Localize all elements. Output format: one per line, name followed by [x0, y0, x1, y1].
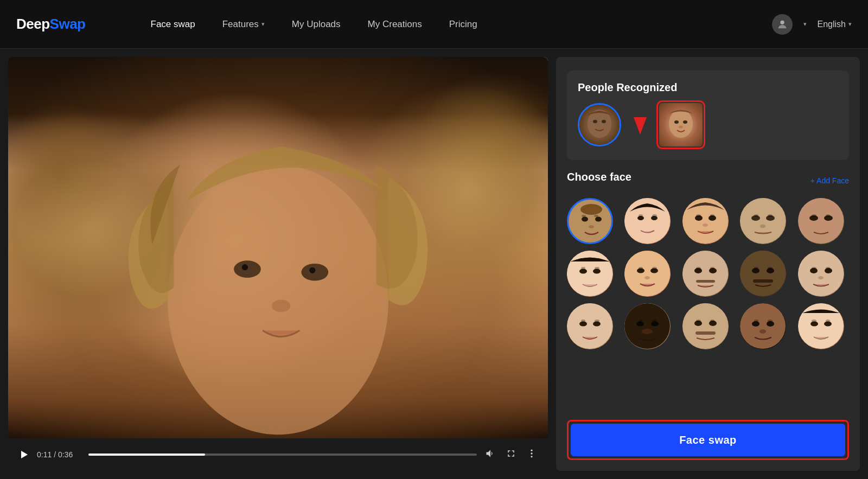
more-options-icon[interactable] — [526, 448, 537, 461]
arrow-indicator — [629, 115, 651, 135]
svg-point-39 — [809, 215, 818, 221]
video-area — [8, 57, 548, 438]
svg-point-28 — [637, 216, 644, 220]
add-face-button[interactable]: + Add Face — [810, 176, 849, 185]
face-option-12-img — [624, 303, 671, 349]
face-option-8[interactable] — [682, 251, 729, 297]
face-option-4-img — [740, 198, 786, 244]
language-selector[interactable]: English ▾ — [818, 20, 852, 29]
svg-point-56 — [798, 251, 844, 296]
face-option-8-img — [682, 251, 729, 297]
face-option-1[interactable] — [567, 198, 613, 244]
face-option-2[interactable] — [624, 198, 671, 244]
svg-point-62 — [593, 322, 601, 327]
people-recognized-section: People Recognized — [567, 71, 849, 160]
svg-point-18 — [669, 110, 693, 138]
svg-rect-51 — [696, 280, 715, 283]
face-option-6[interactable] — [567, 251, 613, 297]
nav-pricing[interactable]: Pricing — [449, 19, 477, 30]
svg-point-48 — [682, 251, 728, 296]
svg-point-29 — [651, 216, 658, 220]
svg-point-37 — [760, 225, 765, 228]
face-option-10[interactable] — [798, 251, 844, 297]
face-option-5-img — [798, 198, 844, 244]
nav-face-swap[interactable]: Face swap — [151, 19, 195, 30]
recognized-face-1[interactable] — [578, 103, 621, 146]
svg-point-52 — [740, 251, 786, 296]
face-option-7[interactable] — [624, 251, 671, 297]
face-option-14[interactable] — [740, 303, 786, 349]
svg-point-8 — [272, 300, 290, 312]
face-option-11[interactable] — [567, 303, 613, 349]
svg-point-71 — [740, 303, 786, 349]
svg-point-63 — [624, 303, 670, 349]
svg-point-65 — [651, 322, 659, 327]
face-option-3-img — [682, 198, 729, 244]
recognized-face-1-img — [579, 105, 620, 145]
face-option-12[interactable] — [624, 303, 671, 349]
svg-point-42 — [579, 269, 587, 274]
face-option-13[interactable] — [682, 303, 729, 349]
svg-point-53 — [752, 268, 760, 273]
svg-point-12 — [531, 456, 532, 457]
video-controls: 0:11 / 0:36 — [8, 438, 548, 471]
svg-point-73 — [767, 321, 774, 327]
volume-icon[interactable] — [485, 448, 496, 461]
face-option-1-img — [569, 200, 611, 242]
svg-rect-55 — [753, 279, 773, 283]
face-option-9-img — [740, 251, 786, 297]
face-option-3[interactable] — [682, 198, 729, 244]
face-option-9[interactable] — [740, 251, 786, 297]
face-swap-button[interactable]: Face swap — [571, 424, 845, 456]
recognized-face-2[interactable] — [659, 103, 703, 146]
language-label: English — [818, 20, 846, 29]
nav-pricing-label: Pricing — [449, 19, 477, 30]
svg-point-72 — [752, 321, 760, 327]
face-option-4[interactable] — [740, 198, 786, 244]
play-button[interactable] — [19, 450, 29, 459]
face-svg — [8, 57, 548, 438]
main-content: 0:11 / 0:36 — [0, 49, 868, 479]
svg-point-44 — [624, 251, 670, 296]
face-option-13-img — [682, 303, 729, 349]
svg-point-50 — [709, 268, 717, 273]
video-frame — [8, 57, 548, 438]
nav-features[interactable]: Features ▾ — [222, 19, 265, 30]
recognized-faces-row — [578, 100, 838, 149]
svg-point-60 — [567, 303, 612, 349]
svg-point-61 — [579, 322, 587, 327]
progress-bar[interactable] — [88, 454, 477, 456]
svg-point-31 — [695, 215, 703, 221]
svg-point-64 — [636, 322, 644, 327]
svg-point-34 — [740, 198, 786, 244]
svg-point-67 — [682, 303, 728, 349]
svg-point-0 — [780, 20, 784, 24]
svg-point-4 — [242, 264, 248, 270]
svg-point-57 — [810, 268, 818, 273]
svg-point-77 — [824, 322, 832, 327]
time-display: 0:11 / 0:36 — [37, 450, 80, 459]
svg-point-24 — [595, 217, 602, 222]
face-option-11-img — [567, 303, 613, 349]
choose-face-header: Choose face + Add Face — [567, 171, 849, 190]
svg-point-68 — [694, 321, 702, 326]
header: DeepSwap Face swap Features ▾ My Uploads… — [0, 0, 868, 49]
face-option-7-img — [624, 251, 671, 297]
svg-point-38 — [798, 198, 844, 244]
user-profile-button[interactable] — [772, 14, 793, 35]
progress-fill — [88, 454, 205, 456]
svg-point-15 — [602, 120, 606, 123]
face-option-5[interactable] — [798, 198, 844, 244]
svg-point-23 — [582, 217, 588, 222]
add-face-label: + Add Face — [810, 176, 849, 185]
logo[interactable]: DeepSwap — [16, 16, 86, 33]
svg-point-58 — [825, 268, 832, 273]
nav-face-swap-label: Face swap — [151, 19, 195, 30]
nav: Face swap Features ▾ My Uploads My Creat… — [151, 19, 772, 30]
fullscreen-icon[interactable] — [506, 448, 516, 461]
nav-my-uploads[interactable]: My Uploads — [292, 19, 341, 30]
svg-point-26 — [580, 204, 602, 215]
face-option-15[interactable] — [798, 303, 844, 349]
svg-point-25 — [589, 225, 594, 228]
nav-my-creations[interactable]: My Creations — [368, 19, 422, 30]
